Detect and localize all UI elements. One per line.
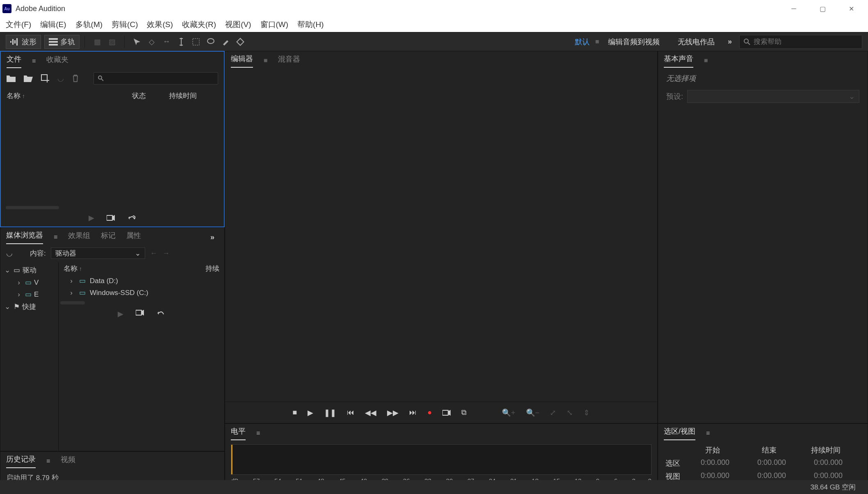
media-insert-icon[interactable]: ◡	[6, 249, 13, 258]
workspace-radio[interactable]: 无线电作品	[669, 37, 724, 47]
menu-window[interactable]: 窗口(W)	[259, 18, 290, 32]
menu-edit[interactable]: 编辑(E)	[39, 18, 68, 32]
selview-panel-menu-icon[interactable]: ≡	[706, 430, 710, 437]
media-scrollbar[interactable]	[60, 301, 85, 304]
maximize-button[interactable]: ▢	[808, 0, 837, 17]
open-file-icon[interactable]	[7, 75, 16, 82]
files-loop-icon[interactable]	[127, 214, 136, 222]
heal-tool-icon[interactable]	[233, 35, 248, 49]
list-item[interactable]: › ▭ Windows-SSD (C:)	[59, 287, 224, 299]
zoom-out-icon[interactable]: 🔍−	[526, 408, 540, 417]
tab-history[interactable]: 历史记录	[6, 454, 36, 468]
tab-favorites[interactable]: 收藏夹	[46, 55, 68, 68]
minimize-button[interactable]: ─	[779, 0, 808, 17]
media-more-button[interactable]: »	[206, 233, 219, 242]
play-button[interactable]: ▶	[308, 408, 313, 417]
stop-button[interactable]: ■	[293, 408, 297, 417]
menu-view[interactable]: 视图(V)	[223, 18, 253, 32]
tree-drive-v[interactable]: › ▭ V	[0, 277, 58, 288]
tab-properties[interactable]: 属性	[126, 231, 141, 244]
workspace-default[interactable]: 默认	[569, 37, 595, 47]
tab-selection-view[interactable]: 选区/视图	[664, 426, 695, 440]
search-help-input[interactable]	[754, 38, 858, 46]
media-col-duration[interactable]: 持续	[195, 264, 219, 273]
list-item[interactable]: › ▭ Data (D:)	[59, 275, 224, 287]
tab-effects-rack[interactable]: 效果组	[68, 231, 90, 244]
tree-drive-e[interactable]: › ▭ E	[0, 288, 58, 300]
skip-selection-button[interactable]: ⧉	[461, 408, 467, 417]
tab-files[interactable]: 文件	[7, 54, 21, 68]
tab-markers[interactable]: 标记	[101, 231, 116, 244]
spectral-pitch-icon[interactable]: ▨	[105, 35, 119, 49]
tab-media-browser[interactable]: 媒体浏览器	[6, 230, 43, 244]
files-col-status[interactable]: 状态	[132, 91, 169, 101]
multitrack-mode-button[interactable]: 多轨	[44, 35, 80, 49]
media-play-icon[interactable]: ▶	[118, 309, 123, 318]
workspace-menu-icon[interactable]: ≡	[595, 38, 599, 46]
waveform-mode-button[interactable]: 波形	[6, 35, 41, 49]
close-button[interactable]: ✕	[837, 0, 866, 17]
menu-help[interactable]: 帮助(H)	[296, 18, 325, 32]
content-dropdown[interactable]: 驱动器 ⌄	[51, 247, 145, 259]
editor-panel-menu-icon[interactable]: ≡	[264, 57, 267, 64]
pause-button[interactable]: ❚❚	[324, 408, 336, 417]
history-panel-menu-icon[interactable]: ≡	[46, 457, 50, 465]
files-col-duration[interactable]: 持续时间	[169, 91, 218, 101]
forward-button[interactable]: ▶▶	[387, 408, 399, 417]
tab-levels[interactable]: 电平	[231, 426, 246, 440]
tree-drives[interactable]: ⌄ ▭ 驱动	[0, 264, 58, 277]
files-scrollbar[interactable]	[6, 206, 59, 209]
workspace-video[interactable]: 编辑音频到视频	[599, 37, 669, 47]
sv-sel-dur[interactable]: 0:00.000	[814, 458, 859, 468]
tree-shortcuts[interactable]: ⌄ ⚑ 快捷	[0, 300, 58, 313]
lasso-tool-icon[interactable]	[203, 35, 218, 49]
sv-sel-end[interactable]: 0:00.000	[757, 458, 802, 468]
tab-video[interactable]: 视频	[61, 455, 75, 468]
files-play-icon[interactable]: ▶	[89, 213, 94, 222]
tab-mixer[interactable]: 混音器	[278, 54, 300, 67]
search-help-box[interactable]	[739, 35, 862, 49]
es-panel-menu-icon[interactable]: ≡	[704, 57, 708, 64]
skip-start-button[interactable]: ⏮	[347, 408, 354, 417]
razor-tool-icon[interactable]: ◇	[144, 35, 159, 49]
menu-effects[interactable]: 效果(S)	[145, 18, 174, 32]
menu-multitrack[interactable]: 多轨(M)	[74, 18, 104, 32]
new-file-icon[interactable]	[41, 74, 49, 82]
svg-rect-9	[237, 38, 244, 45]
import-icon[interactable]	[24, 75, 33, 82]
tab-essential-sound[interactable]: 基本声音	[664, 54, 693, 68]
media-autoplay-icon[interactable]	[136, 309, 144, 318]
marquee-tool-icon[interactable]	[189, 35, 203, 49]
zoom-full-icon[interactable]: ⤢	[550, 408, 556, 417]
record-button[interactable]: ●	[427, 408, 432, 417]
menu-clip[interactable]: 剪辑(C)	[110, 18, 139, 32]
zoom-in-icon[interactable]: 🔍+	[502, 408, 515, 417]
slip-tool-icon[interactable]: ↔	[159, 35, 174, 49]
skip-end-button[interactable]: ⏭	[409, 408, 417, 417]
sv-sel-start[interactable]: 0:00.000	[701, 458, 746, 468]
nav-forward-icon[interactable]: →	[162, 249, 170, 258]
brush-tool-icon[interactable]	[218, 35, 233, 49]
files-panel-menu-icon[interactable]: ≡	[32, 57, 36, 65]
menu-favorites[interactable]: 收藏夹(R)	[180, 18, 218, 32]
levels-panel-menu-icon[interactable]: ≡	[256, 430, 260, 437]
delete-icon[interactable]	[72, 74, 79, 82]
loop-button[interactable]	[442, 409, 451, 416]
zoom-selection-icon[interactable]: ⤡	[567, 408, 573, 417]
media-col-name[interactable]: 名称	[64, 264, 195, 273]
tab-editor[interactable]: 编辑器	[231, 54, 253, 68]
insert-multitrack-icon[interactable]: ◡	[57, 74, 64, 83]
files-search[interactable]	[93, 72, 218, 85]
media-loop-icon[interactable]	[156, 309, 165, 318]
zoom-in-y-icon[interactable]: ⇕	[583, 408, 590, 417]
workspace-more-button[interactable]: »	[724, 37, 736, 46]
menu-file[interactable]: 文件(F)	[4, 18, 33, 32]
rewind-button[interactable]: ◀◀	[365, 408, 376, 417]
time-selection-icon[interactable]	[174, 35, 189, 49]
media-panel-menu-icon[interactable]: ≡	[54, 233, 57, 241]
spectral-frequency-icon[interactable]: ▦	[90, 35, 105, 49]
files-col-name[interactable]: 名称	[7, 91, 132, 101]
files-autoplay-icon[interactable]	[107, 215, 115, 221]
move-tool-icon[interactable]	[130, 35, 144, 49]
nav-back-icon[interactable]: ←	[150, 249, 157, 258]
